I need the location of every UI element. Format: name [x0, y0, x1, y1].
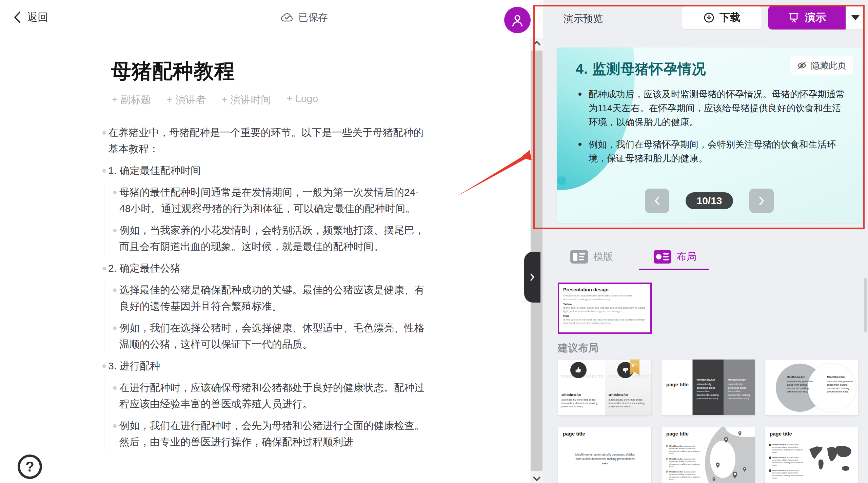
scroll-up-chevron-icon[interactable]	[533, 40, 541, 46]
outline-item[interactable]: 例如，我们在进行配种时，会先为母猪和公猪进行全面的健康检查。然后，由专业的兽医进…	[113, 418, 444, 450]
outline-item[interactable]: 例如，我们在选择公猪时，会选择健康、体型适中、毛色漂亮、性格温顺的公猪，这样可以…	[113, 320, 444, 352]
selected-layout-card[interactable]: Presentation design MindShow.fun automat…	[558, 283, 652, 334]
slide-pager: 10/13	[557, 189, 862, 213]
next-page-button[interactable]	[749, 189, 774, 213]
outline-item[interactable]: 2. 确定最佳公猪	[102, 260, 444, 276]
chevron-right-icon	[530, 273, 535, 282]
panel-title: 演示预览	[564, 12, 603, 26]
outline-subgroup: 选择最佳的公猪是确保配种成功的关键。最佳的公猪应该是健康、有良好的遗传基因并且符…	[104, 282, 444, 352]
hide-page-button[interactable]: 隐藏此页	[790, 56, 853, 75]
document-title[interactable]: 母猪配种教程	[111, 58, 235, 85]
hide-page-label: 隐藏此页	[811, 60, 846, 72]
bullet-dot	[113, 424, 117, 428]
bullet-icon	[769, 469, 771, 472]
download-icon	[703, 12, 715, 23]
pin-icon	[666, 470, 668, 481]
layout-thumbnail-columns[interactable]: page titleMindShow.funautomatically gene…	[661, 359, 755, 416]
page-indicator: 10/13	[686, 192, 733, 209]
thumbnail-page-title: page title	[666, 431, 689, 437]
placeholder-chip-3[interactable]: + Logo	[287, 93, 318, 107]
placeholder-chip-1[interactable]: + 演讲者	[167, 93, 206, 107]
preview-panel: 演示预览 下载 演示 4. 监测母猪怀孕情况	[543, 0, 868, 483]
user-avatar[interactable]	[504, 7, 531, 33]
tab-layout[interactable]: 布局	[654, 250, 696, 264]
template-tab-label: 模版	[593, 250, 613, 264]
placeholder-chip-0[interactable]: + 副标题	[112, 93, 151, 107]
download-button[interactable]: 下载	[682, 6, 762, 30]
thumbnail-content: page titleMindShow.fun automatically gen…	[662, 427, 755, 483]
layout-card-section-body: Is the colour of the clear sky and the d…	[563, 318, 646, 325]
back-label: 返回	[27, 10, 48, 24]
outline-item-text: 母猪的最佳配种时间通常是在发情期间，一般为第一次发情后的24-48小时。通过观察…	[119, 184, 427, 217]
bullet-dot	[102, 169, 106, 173]
layout-thumbnail-text[interactable]: page titleMindShow.fun automatically gen…	[558, 427, 652, 483]
outline-item-text: 在养猪业中，母猪配种是一个重要的环节。以下是一些关于母猪配种的基本教程：	[108, 124, 427, 157]
collapse-panel-tab[interactable]	[524, 252, 540, 303]
suggested-layouts-label: 建议布局	[558, 341, 598, 355]
slide-title: 4. 监测母猪怀孕情况	[576, 60, 706, 78]
thumbnail-body-text: automatically generates slides from outl…	[609, 398, 647, 408]
thumbnail-body-text: MindShow.fun automatically generates sli…	[573, 452, 637, 466]
outline-item[interactable]: 在进行配种时，应该确保母猪和公猪都处于良好的健康状态。配种过程应该由经验丰富的兽…	[113, 380, 444, 412]
pin-icon	[666, 445, 668, 455]
bullet-dot	[113, 386, 117, 390]
pin-icon	[666, 458, 668, 468]
scroll-down-chevron-icon[interactable]	[533, 476, 541, 482]
thumbnail-content: page titleMindShow.fun automatically gen…	[765, 427, 859, 483]
thumbnail-page-title: page title	[563, 431, 585, 437]
outline-item-text: 例如，当我家养的小花发情时，会特别活跃，频繁地打滚、摆尾巴，而且会有阴道出血的现…	[119, 222, 427, 255]
prev-page-button[interactable]	[645, 189, 669, 213]
bullet-icon	[769, 444, 771, 446]
present-button-group: 演示	[768, 6, 865, 30]
layout-tab-label: 布局	[677, 250, 696, 264]
outline-item-text: 3. 进行配种	[108, 358, 427, 374]
back-chevron-icon	[13, 11, 22, 24]
thumbnail-brand-text: MindShow.fun	[561, 393, 581, 397]
outline-subgroup: 母猪的最佳配种时间通常是在发情期间，一般为第一次发情后的24-48小时。通过观察…	[104, 184, 444, 255]
save-status-label: 已保存	[298, 11, 328, 24]
bullet-icon	[769, 457, 771, 459]
thumbnail-brand-text: MindShow.fun	[609, 393, 628, 397]
layout-thumbnail-aspects[interactable]: POSITIVE ASPECTSMindShow.funautomaticall…	[558, 359, 652, 416]
layout-tab-icon	[654, 250, 671, 264]
bullet-dot	[113, 229, 117, 232]
outline-item[interactable]: 1. 确定最佳配种时间	[102, 162, 444, 179]
slide-decoration-dot	[557, 176, 566, 185]
outline-item[interactable]: 选择最佳的公猪是确保配种成功的关键。最佳的公猪应该是健康、有良好的遗传基因并且符…	[113, 282, 444, 314]
outline-list: 在养猪业中，母猪配种是一个重要的环节。以下是一些关于母猪配种的基本教程：1. 确…	[0, 124, 444, 456]
caret-down-icon	[851, 15, 860, 20]
title-placeholders: + 副标题+ 演讲者+ 演讲时间+ Logo	[112, 93, 318, 107]
eye-off-icon	[797, 60, 807, 71]
present-button[interactable]: 演示	[768, 6, 846, 30]
outline-item[interactable]: 在养猪业中，母猪配种是一个重要的环节。以下是一些关于母猪配种的基本教程：	[102, 124, 444, 157]
question-mark-icon: ?	[25, 459, 34, 475]
layout-thumbnail-map[interactable]: page titleMindShow.fun automatically gen…	[765, 427, 859, 483]
outline-item[interactable]: 母猪的最佳配种时间通常是在发情期间，一般为第一次发情后的24-48小时。通过观察…	[113, 184, 444, 217]
world-map-graphic	[807, 443, 853, 474]
thumbnail-content: page titleMindShow.funautomatically gene…	[662, 360, 755, 416]
cloud-saved-icon	[281, 13, 294, 23]
outline-item[interactable]: 3. 进行配种	[102, 358, 444, 374]
panel-scrollbar-thumb[interactable]	[864, 278, 867, 332]
outline-item-text: 在进行配种时，应该确保母猪和公猪都处于良好的健康状态。配种过程应该由经验丰富的兽…	[119, 380, 427, 412]
layout-card-sections: YellowIs the color of gold, butter and r…	[563, 303, 646, 325]
layout-thumbnail-globe[interactable]: page titleMindShow.fun automatically gen…	[661, 427, 755, 483]
slide-bullet-list: 配种成功后，应该及时监测母猪的怀孕情况。母猪的怀孕期通常为114天左右。在怀孕期…	[576, 88, 848, 174]
bullet-dot	[113, 288, 117, 292]
tab-template[interactable]: 模版	[570, 250, 613, 264]
thumbnail-body-text: automatically generates slides from outl…	[561, 398, 600, 408]
bullet-dot	[102, 267, 106, 270]
help-button[interactable]: ?	[18, 455, 42, 479]
outline-item[interactable]: 例如，当我家养的小花发情时，会特别活跃，频繁地打滚、摆尾巴，而且会有阴道出血的现…	[113, 222, 444, 255]
layout-thumbnail-venn[interactable]: MindShow.funautomatically generates slid…	[765, 359, 859, 416]
dark-column: MindShow.funautomatically generates slid…	[693, 360, 724, 416]
present-screen-icon	[788, 12, 800, 23]
outline-item-text: 选择最佳的公猪是确保配种成功的关键。最佳的公猪应该是健康、有良好的遗传基因并且符…	[119, 282, 427, 314]
present-dropdown-button[interactable]	[846, 6, 865, 30]
person-icon	[510, 13, 525, 27]
thumbnail-page-title: page title	[770, 431, 792, 437]
back-button[interactable]: 返回	[13, 10, 48, 24]
placeholder-chip-2[interactable]: + 演讲时间	[222, 93, 271, 107]
document-editor: 母猪配种教程 + 副标题+ 演讲者+ 演讲时间+ Logo 在养猪业中，母猪配种…	[0, 38, 530, 483]
outline-subgroup: 在进行配种时，应该确保母猪和公猪都处于良好的健康状态。配种过程应该由经验丰富的兽…	[104, 380, 444, 450]
